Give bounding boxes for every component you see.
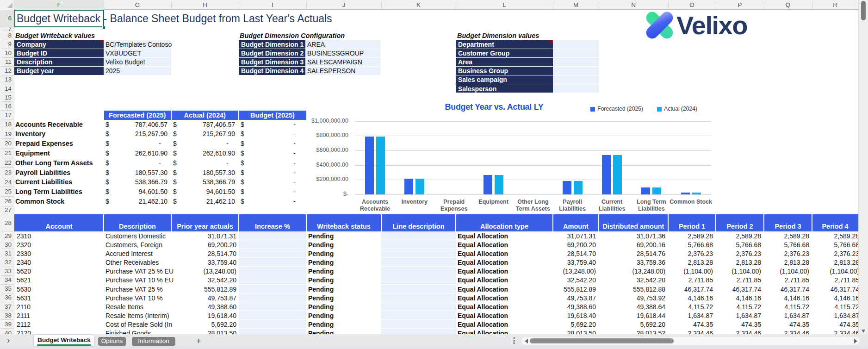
svg-text:Velixo: Velixo: [676, 11, 747, 40]
